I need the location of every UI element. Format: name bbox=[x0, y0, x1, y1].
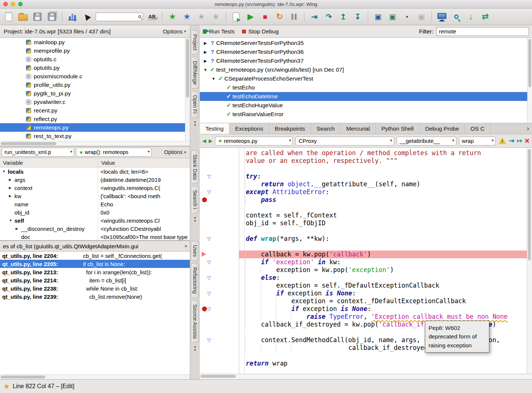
project-file-profile-utils-py[interactable]: profile_utils.py bbox=[0, 81, 185, 89]
toolbar-search-input[interactable] bbox=[98, 14, 138, 20]
zoom-window-icon[interactable] bbox=[18, 2, 23, 6]
pause-debug-icon[interactable] bbox=[288, 10, 300, 23]
code-line[interactable]: if exception is None: bbox=[239, 305, 527, 313]
variable-row-kw[interactable]: ▶kw{'callback': <bound meth bbox=[0, 192, 190, 200]
code-line[interactable]: except AttributeError: bbox=[239, 188, 527, 196]
fold-marker-icon[interactable]: ▽ bbox=[207, 235, 211, 243]
test-tree-test-remoteops-py-src-wingutils-test-run[interactable]: ▼✓test_remoteops.py (src/wingutils/test)… bbox=[200, 65, 527, 74]
toolbar-search-box[interactable] bbox=[96, 13, 143, 21]
minimize-window-icon[interactable] bbox=[11, 2, 15, 6]
code-line[interactable]: if 'exception' in kw: bbox=[239, 258, 527, 266]
start-debug-icon[interactable]: ▶ bbox=[245, 10, 256, 23]
variable-row-locals[interactable]: ▼locals<locals dict; len=6> bbox=[0, 167, 190, 176]
test-tree-cremoteservertestsforpython37[interactable]: ▶?CRemoteServerTestsForPython37 bbox=[200, 56, 527, 65]
goto-bookmark-icon[interactable]: ★ bbox=[181, 10, 192, 23]
project-file-pyvalwriter-c[interactable]: Cpyvalwriter.c bbox=[0, 98, 185, 106]
expand-icon[interactable]: ▶ bbox=[9, 194, 14, 198]
code-line[interactable] bbox=[239, 204, 527, 212]
warning-icon[interactable] bbox=[498, 138, 506, 144]
variable-row-disconnect-on-destroy[interactable]: ▶__disconnect_on_destroy<cyfunction CDes… bbox=[0, 225, 190, 233]
scrollbar-thumb[interactable] bbox=[201, 375, 236, 378]
project-file-recent-py[interactable]: recent.py bbox=[0, 106, 185, 115]
debug-frame-dropdown[interactable]: run_unittests_xml.p bbox=[1, 148, 74, 157]
restart-debug-icon[interactable]: ↻ bbox=[274, 10, 285, 23]
fold-marker-icon[interactable]: ▽ bbox=[207, 258, 211, 266]
test-filter-input[interactable] bbox=[436, 27, 529, 36]
project-horizontal-scrollbar[interactable] bbox=[0, 141, 190, 146]
st ack-options-button[interactable]: Options ▾ bbox=[164, 149, 186, 155]
tab-debug-probe[interactable]: Debug Probe bbox=[420, 123, 465, 134]
scrollbar-thumb[interactable] bbox=[528, 39, 531, 87]
symbol-dropdown[interactable]: wrap bbox=[459, 137, 496, 145]
next-bookmark-icon[interactable]: ★ bbox=[210, 10, 221, 23]
code-line[interactable]: return wrap bbox=[239, 360, 527, 367]
test-tree-cremoteservertestsforpython35[interactable]: ▶?CRemoteServerTestsForPython35 bbox=[200, 39, 527, 48]
step-into-icon[interactable]: ⇥ bbox=[309, 10, 320, 23]
vertical-tab-refactoring[interactable]: Refactoring bbox=[191, 263, 199, 298]
close-editor-icon[interactable]: × bbox=[525, 137, 529, 145]
breakpoint-icon[interactable] bbox=[202, 197, 207, 202]
tab-strip-scroll-icons[interactable]: ▾▾ bbox=[194, 121, 196, 127]
breakpoint-icon[interactable] bbox=[202, 307, 207, 311]
test-tree-testecho[interactable]: ✓testEcho bbox=[200, 83, 527, 92]
test-tree-cremoteservertestsforpython36[interactable]: ▶?CRemoteServerTestsForPython36 bbox=[200, 48, 527, 56]
code-line[interactable]: if exception is None: bbox=[239, 289, 527, 297]
test-tree-testechodatetime[interactable]: ✓testEchoDatetime bbox=[200, 92, 527, 101]
project-file-memprofile-py[interactable]: memprofile.py bbox=[0, 46, 185, 55]
project-file-mainloop-py[interactable]: mainloop.py bbox=[0, 38, 185, 46]
project-file-rest-to-text-py[interactable]: rest_to_text.py bbox=[0, 132, 185, 140]
uses-row[interactable]: qt_utils.py, line 2205:if cb_list is Non… bbox=[0, 260, 190, 268]
variable-row-name[interactable]: nameEcho bbox=[0, 200, 190, 208]
variable-row-context[interactable]: ▶context<wingutils.remoteops.C( bbox=[0, 184, 190, 192]
method-dropdown[interactable]: __getattribute__ bbox=[397, 137, 456, 145]
debug-io-icon[interactable]: ▣ bbox=[373, 10, 384, 23]
tab-scroll-right-icon[interactable]: › bbox=[524, 123, 532, 134]
scrollbar-thumb[interactable] bbox=[528, 149, 531, 261]
run-tests-file-icon[interactable] bbox=[231, 10, 242, 23]
tab-search[interactable]: Search bbox=[311, 123, 341, 134]
variable-row-args[interactable]: ▶args(datetime.datetime(2019 bbox=[0, 176, 190, 184]
open-file-icon[interactable] bbox=[17, 10, 29, 23]
debug-menu-arrow-icon[interactable]: ▾ bbox=[402, 10, 413, 23]
project-file-optutils-py[interactable]: optutils.py bbox=[0, 63, 185, 72]
uses-row[interactable]: qt_utils.py, line 2239: cb_list.remove(N… bbox=[0, 292, 190, 301]
goto-selection-icon[interactable] bbox=[81, 10, 92, 23]
collapse-icon[interactable]: ▼ bbox=[202, 68, 209, 72]
fold-marker-icon[interactable]: ▽ bbox=[207, 305, 211, 313]
code-line[interactable] bbox=[239, 352, 527, 360]
debug-console-icon[interactable]: ▣ bbox=[387, 10, 398, 23]
fold-marker-icon[interactable]: ▽ bbox=[207, 188, 211, 196]
code-line[interactable]: are called when the operation / method c… bbox=[239, 149, 527, 157]
uses-menu-button[interactable]: ▾ bbox=[185, 244, 187, 249]
step-out-icon[interactable]: ↥ bbox=[338, 10, 349, 23]
nav-back-icon[interactable]: ◀ bbox=[202, 138, 206, 144]
scrollbar-thumb[interactable] bbox=[1, 376, 45, 379]
expand-icon[interactable]: ▶ bbox=[9, 186, 14, 190]
run-to-cursor-icon[interactable]: ↧ bbox=[352, 10, 363, 23]
fold-marker-icon[interactable]: ▽ bbox=[207, 173, 211, 180]
value-column-header[interactable]: Value bbox=[98, 160, 190, 166]
debug-scope-dropdown[interactable]: ★ wrap(): remoteops bbox=[76, 148, 152, 157]
code-line[interactable]: context = self._fContext bbox=[239, 212, 527, 219]
save-all-icon[interactable] bbox=[46, 10, 57, 23]
code-line[interactable]: obj_id = self._fObjID bbox=[239, 219, 527, 227]
code-line[interactable]: pass bbox=[239, 196, 527, 204]
code-line[interactable] bbox=[239, 227, 527, 235]
vertical-tab-stack-data[interactable]: Stack Data bbox=[191, 150, 199, 184]
vertical-tab-project[interactable]: Project bbox=[191, 30, 199, 55]
sync-icon[interactable]: ⇄ bbox=[480, 10, 491, 23]
code-line[interactable]: try: bbox=[239, 173, 527, 180]
uses-row[interactable]: qt_utils.py, line 2238: while None in cb… bbox=[0, 284, 190, 292]
variable-row-self[interactable]: ▼self<wingutils.remoteops.Cl bbox=[0, 216, 190, 225]
scrollbar-thumb[interactable] bbox=[186, 39, 189, 98]
variable-row-doc[interactable]: doc<0x1095caf00>The most base type bbox=[0, 233, 190, 240]
code-line[interactable]: def wrap(*args, **kw): bbox=[239, 235, 527, 243]
stop-debug-button[interactable]: Stop Debug bbox=[248, 28, 279, 35]
step-over-icon[interactable]: ↷ bbox=[323, 10, 334, 23]
vertical-tab-open-fi[interactable]: Open Fi bbox=[191, 91, 199, 118]
save-icon[interactable] bbox=[32, 10, 43, 23]
tab-strip-scroll-icons[interactable]: ▾▾ bbox=[194, 216, 196, 222]
scrollbar-thumb[interactable] bbox=[1, 142, 56, 145]
test-tree-testechohugevalue[interactable]: ✓testEchoHugeValue bbox=[200, 101, 527, 110]
vertical-tab-diff-merge[interactable]: Diff/Merge bbox=[191, 57, 199, 89]
